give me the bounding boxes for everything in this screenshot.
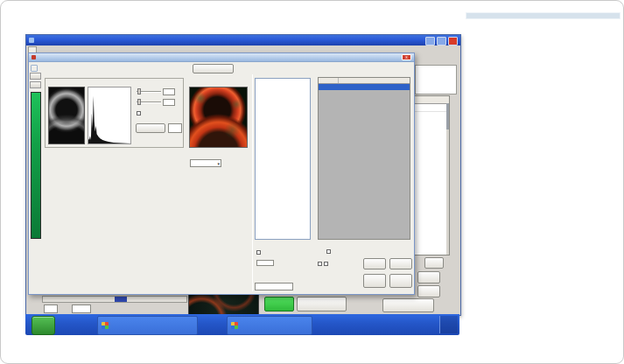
dropdown[interactable]: [190, 159, 221, 167]
source-image-panels: [45, 78, 184, 150]
defect-row[interactable]: [414, 104, 449, 112]
window-icon: [231, 322, 238, 329]
bridge-mask-options: [318, 259, 361, 271]
selected-part-image: [189, 87, 248, 148]
source-image-view: [48, 87, 85, 144]
threshold-button[interactable]: [136, 123, 165, 133]
minimize-icon[interactable]: [425, 37, 435, 46]
machine-photo: [466, 13, 620, 18]
confirm-complete-button[interactable]: [382, 298, 434, 312]
threshold-field[interactable]: [168, 123, 182, 133]
tree-item[interactable]: [256, 79, 310, 84]
app-icon: [29, 38, 34, 43]
main-window: x: [25, 34, 461, 316]
defective-button-bottom[interactable]: [417, 285, 440, 298]
bright-value-field[interactable]: [256, 260, 274, 266]
taskbar: [25, 314, 459, 335]
status-count-field[interactable]: [44, 304, 58, 313]
preprocessing-row: [190, 159, 251, 167]
filter-rgb-dialog: x: [28, 52, 415, 295]
progress-segment: [115, 297, 127, 302]
apply-button[interactable]: [363, 258, 386, 270]
system-tray: [439, 316, 458, 333]
vertical-divider: [252, 74, 253, 291]
padid-tree: [255, 78, 311, 240]
save-button[interactable]: [389, 258, 412, 270]
s-value-field[interactable]: [163, 99, 175, 106]
pad-list-table: [318, 77, 410, 240]
preview-panel: [415, 65, 457, 94]
column-header: [319, 78, 339, 83]
panel-controls: [135, 88, 184, 147]
h-value-field[interactable]: [163, 88, 175, 95]
auto-button[interactable]: [264, 297, 294, 312]
bridge-mask-enable-checkbox[interactable]: [326, 249, 331, 254]
progress-bar: [42, 296, 187, 303]
photo-column: [466, 13, 620, 346]
defect-table-header: [414, 96, 449, 104]
rgb-filter-enable-checkbox[interactable]: [256, 250, 261, 255]
defective-button-top[interactable]: [417, 271, 440, 284]
source-image-groupbox: [45, 78, 184, 148]
ok-checkbox[interactable]: [318, 262, 322, 266]
start-button[interactable]: [32, 316, 55, 335]
page-background: x: [0, 0, 624, 364]
side-tool-button[interactable]: [30, 73, 41, 80]
reverse-checkbox[interactable]: [137, 111, 141, 116]
copy-rgb-setting-button[interactable]: [193, 64, 234, 74]
dialog-close-icon[interactable]: x: [402, 54, 411, 60]
window-icon: [102, 322, 109, 329]
more-button[interactable]: [424, 257, 444, 269]
defect-table: [413, 95, 450, 256]
main-window-titlebar: [26, 35, 460, 46]
toolbar-icon[interactable]: [31, 65, 38, 72]
dialog-titlebar: x: [29, 53, 414, 62]
maximize-icon[interactable]: [437, 37, 446, 46]
elapsed-time-field: [72, 304, 91, 313]
taskbar-item-datalink[interactable]: [97, 316, 198, 335]
color-scale-bar: [31, 92, 41, 239]
status-row: [44, 304, 91, 313]
pad-list-selected-row[interactable]: [319, 84, 410, 90]
test-bridge-button[interactable]: [363, 274, 386, 288]
side-tool-button[interactable]: [30, 81, 41, 88]
result-legend: [29, 242, 53, 248]
camera-thumbnail-strip: [188, 294, 259, 315]
dialog-icon: [32, 55, 36, 60]
s-slider[interactable]: [137, 102, 161, 103]
bridge-mask-option-row: [318, 259, 361, 268]
tray-icon[interactable]: [445, 322, 451, 328]
manual-test-bridge-field[interactable]: [255, 283, 293, 290]
histogram-plot: [88, 87, 131, 144]
ng-checkbox[interactable]: [324, 262, 328, 266]
h-slider[interactable]: [137, 91, 161, 93]
legend-row: [29, 242, 53, 248]
close-button[interactable]: [389, 274, 412, 288]
pad-list-header: [319, 78, 410, 84]
close-icon[interactable]: [448, 37, 458, 46]
taskbar-item-maintask[interactable]: [227, 316, 312, 335]
dialog-toolbar: [31, 63, 188, 74]
fine-tune-button[interactable]: [297, 297, 347, 312]
preprocessing-rows: [190, 159, 251, 171]
